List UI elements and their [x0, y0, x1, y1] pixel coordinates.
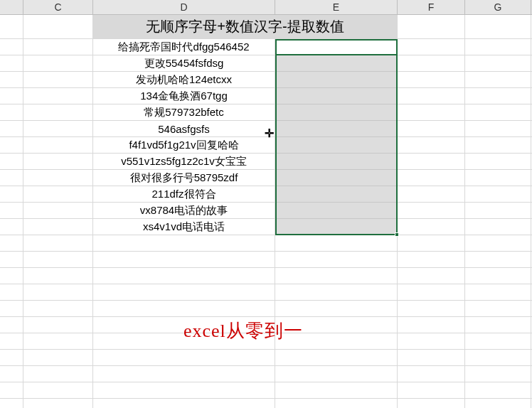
cell-G1[interactable]: [465, 15, 531, 38]
cell[interactable]: [465, 399, 531, 408]
cell[interactable]: [398, 301, 465, 316]
cell[interactable]: [465, 186, 531, 202]
cell[interactable]: [465, 39, 531, 55]
cell[interactable]: [275, 382, 398, 398]
row-header[interactable]: [0, 350, 23, 365]
cell[interactable]: [398, 39, 465, 55]
cell[interactable]: [23, 317, 93, 333]
cell-D3[interactable]: 更改55454fsfdsg: [93, 55, 275, 71]
cell[interactable]: [398, 252, 465, 267]
spreadsheet[interactable]: C D E F G 无顺序字母+数值汉字-提取数值 给搞死帝国时代dfgg546…: [0, 0, 532, 408]
row-header[interactable]: [0, 301, 23, 316]
row-header[interactable]: [0, 15, 23, 38]
title-cell[interactable]: 无顺序字母+数值汉字-提取数值: [93, 15, 398, 38]
cell-E5[interactable]: [275, 88, 398, 104]
cell-D6[interactable]: 常规579732bfetc: [93, 104, 275, 120]
cell[interactable]: [465, 333, 531, 349]
cell[interactable]: [398, 366, 465, 382]
row-header[interactable]: [0, 88, 23, 104]
cell-D9[interactable]: v551v1zs5fg1z2c1v女宝宝: [93, 154, 275, 169]
cell-E13[interactable]: [275, 219, 398, 235]
cell[interactable]: [275, 284, 398, 300]
cell[interactable]: [465, 154, 531, 169]
cell[interactable]: [398, 399, 465, 408]
cell[interactable]: [465, 104, 531, 120]
cell[interactable]: [275, 350, 398, 365]
cell[interactable]: [465, 268, 531, 284]
cell[interactable]: [93, 382, 275, 398]
cell[interactable]: [398, 121, 465, 136]
cell[interactable]: [398, 72, 465, 87]
cell[interactable]: [398, 170, 465, 186]
cell[interactable]: [23, 366, 93, 382]
cell[interactable]: [23, 284, 93, 300]
cell-D13[interactable]: xs4v1vd电话电话: [93, 219, 275, 235]
cell-E11[interactable]: [275, 186, 398, 202]
cell[interactable]: [398, 333, 465, 349]
cell[interactable]: [23, 235, 93, 251]
cell[interactable]: [23, 121, 93, 136]
cell[interactable]: [23, 104, 93, 120]
cell[interactable]: [23, 137, 93, 153]
cell[interactable]: [398, 186, 465, 202]
cell-D10[interactable]: 很对很多行号58795zdf: [93, 170, 275, 186]
cell-D12[interactable]: vx8784电话的故事: [93, 203, 275, 218]
cell[interactable]: [23, 350, 93, 365]
cell[interactable]: [398, 317, 465, 333]
cell[interactable]: [23, 55, 93, 71]
cell[interactable]: [23, 268, 93, 284]
row-header[interactable]: [0, 317, 23, 333]
row-header[interactable]: [0, 121, 23, 136]
cell[interactable]: [398, 350, 465, 365]
cell[interactable]: [398, 235, 465, 251]
cell-E9[interactable]: [275, 154, 398, 169]
cell[interactable]: [398, 284, 465, 300]
row-header[interactable]: [0, 104, 23, 120]
cell[interactable]: [93, 252, 275, 267]
cell[interactable]: [398, 55, 465, 71]
col-header-F[interactable]: F: [398, 0, 465, 14]
cell[interactable]: [93, 366, 275, 382]
row-header[interactable]: [0, 235, 23, 251]
col-header-D[interactable]: D: [93, 0, 275, 14]
cell-D7[interactable]: 546asfgsfs: [93, 121, 275, 136]
row-header[interactable]: [0, 137, 23, 153]
cell[interactable]: [275, 301, 398, 316]
cell[interactable]: [23, 39, 93, 55]
cell[interactable]: [23, 301, 93, 316]
cell[interactable]: [465, 203, 531, 218]
cell[interactable]: [93, 399, 275, 408]
row-header[interactable]: [0, 39, 23, 55]
row-header[interactable]: [0, 284, 23, 300]
cell-D4[interactable]: 发动机哈哈124etcxx: [93, 72, 275, 87]
cell[interactable]: [465, 252, 531, 267]
row-header[interactable]: [0, 154, 23, 169]
cell-D8[interactable]: f4f1vd5f1g21v回复哈哈: [93, 137, 275, 153]
cell-D11[interactable]: 211dfz很符合: [93, 186, 275, 202]
cell-E12[interactable]: [275, 203, 398, 218]
cell[interactable]: [23, 219, 93, 235]
cell[interactable]: [275, 235, 398, 251]
cell[interactable]: [465, 366, 531, 382]
cell-E6[interactable]: [275, 104, 398, 120]
cell-D5[interactable]: 134金龟换酒67tgg: [93, 88, 275, 104]
cell[interactable]: [23, 203, 93, 218]
cell[interactable]: [398, 137, 465, 153]
cell[interactable]: [275, 268, 398, 284]
cell[interactable]: [93, 268, 275, 284]
cell[interactable]: [398, 88, 465, 104]
cell[interactable]: [23, 399, 93, 408]
cell[interactable]: [23, 382, 93, 398]
cell-E7[interactable]: [275, 121, 398, 136]
cell[interactable]: [398, 382, 465, 398]
cell[interactable]: [465, 284, 531, 300]
cell[interactable]: [93, 235, 275, 251]
select-all-corner[interactable]: [0, 0, 23, 15]
cell[interactable]: [465, 350, 531, 365]
row-header[interactable]: [0, 399, 23, 408]
row-header[interactable]: [0, 55, 23, 71]
cell-E10[interactable]: [275, 170, 398, 186]
row-header[interactable]: [0, 170, 23, 186]
row-header[interactable]: [0, 203, 23, 218]
cell[interactable]: [398, 219, 465, 235]
